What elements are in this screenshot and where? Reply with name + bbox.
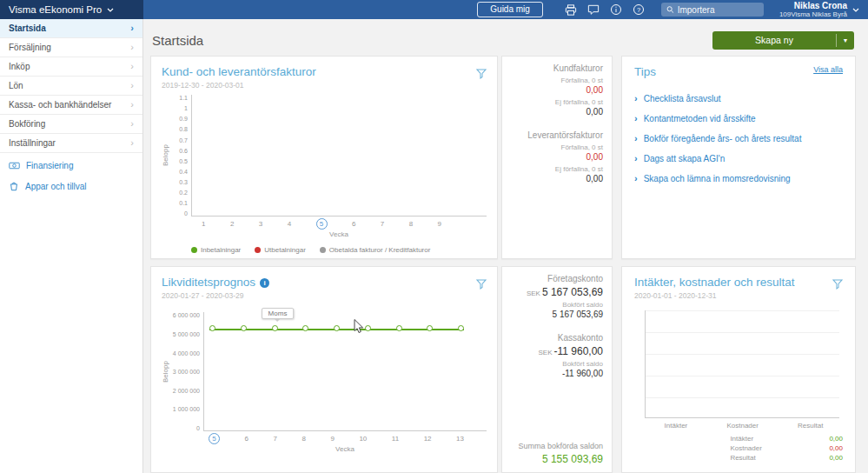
chevron-right-icon: › (634, 153, 638, 163)
row-value: 0,00 (829, 444, 843, 452)
result-chart-card: Intäkter, kostnader och resultat 2020-01… (621, 266, 856, 473)
tip-link[interactable]: › Kontantmetoden vid årsskifte (634, 113, 843, 123)
view-all-link[interactable]: Visa alla (813, 65, 843, 74)
x-tick: 6 (352, 220, 355, 228)
row-value: 0,00 (829, 454, 843, 462)
y-tick: 5 000 000 (173, 331, 200, 337)
chevron-right-icon: › (130, 81, 134, 90)
tip-label: Skapa och lämna in momsredovisning (644, 174, 791, 183)
legend-item: Utbetalningar (255, 246, 306, 254)
date-range: 2019-12-30 - 2020-03-01 (162, 81, 316, 90)
row-label: Förfallna, 0 st (511, 143, 603, 151)
x-axis-label: Vecka (162, 230, 487, 238)
data-point-marker[interactable] (365, 325, 371, 331)
sidebar-item[interactable]: Inköp › (0, 57, 142, 77)
chevron-down-icon (107, 8, 114, 12)
filter-icon[interactable] (476, 277, 487, 293)
x-tick: 9 (438, 220, 441, 228)
chevron-down-icon (852, 8, 859, 12)
tip-link[interactable]: › Checklista årsavslut (634, 93, 843, 103)
info-icon[interactable]: i (260, 278, 269, 288)
booked-balance-label: Bokfört saldo (511, 301, 603, 309)
y-tick: 0.2 (179, 190, 188, 196)
x-tick: 8 (409, 220, 413, 228)
mouse-cursor (354, 319, 364, 334)
info-icon[interactable] (609, 3, 623, 17)
y-tick: 0.8 (179, 126, 188, 132)
data-point-marker[interactable] (302, 325, 308, 331)
sidebar-item[interactable]: Försäljning › (0, 38, 142, 57)
data-point-marker[interactable] (272, 325, 278, 331)
row-value: 0,00 (829, 435, 843, 443)
liquidity-chart: Belopp 6 000 0005 000 0004 000 0003 000 … (162, 312, 487, 431)
sidebar-item[interactable]: Inställningar › (0, 134, 142, 153)
row-label: Förfallna, 0 st (511, 77, 603, 84)
tip-link[interactable]: › Skapa och lämna in momsredovisning (634, 173, 843, 183)
shell: Startsida › Försäljning › Inköp › L (0, 19, 868, 473)
category-label: Resultat (798, 422, 823, 430)
filter-icon[interactable] (832, 277, 843, 293)
account-summary: Kassakonto SEK-11 960,00 Bokfört saldo -… (511, 333, 603, 378)
user-menu[interactable]: Niklas Crona 109Visma Niklas Byrå (779, 1, 859, 19)
dashboard-row-2: Likviditetsprognosi 2020-01-27 - 2020-03… (150, 266, 856, 473)
y-tick: 1 000 000 (173, 406, 200, 412)
x-tick: 6 (245, 435, 248, 443)
sidebar-item[interactable]: Bokföring › (0, 115, 142, 134)
app-switcher[interactable]: Visma eEkonomi Pro (0, 0, 143, 19)
search-icon (666, 5, 674, 14)
tip-link[interactable]: › Dags att skapa AGI'n (634, 153, 843, 163)
supplier-invoices-summary: Leverantörsfakturor Förfallna, 0 st 0,00… (511, 130, 603, 183)
section-title: Leverantörsfakturor (511, 130, 603, 140)
filter-icon[interactable] (476, 67, 487, 83)
liquidity-chart-card: Likviditetsprognosi 2020-01-27 - 2020-03… (150, 266, 498, 473)
data-point-marker[interactable] (427, 325, 433, 331)
y-tick: 2 000 000 (173, 388, 200, 394)
y-tick: 0.7 (179, 137, 188, 143)
print-icon[interactable] (564, 3, 578, 17)
x-tick: 10 (359, 435, 367, 443)
main-content: Startsida Skapa ny ▼ Kund- och leverantö… (143, 19, 868, 473)
account-amount: SEK5 167 053,69 (511, 286, 603, 298)
sidebar-item[interactable]: Kassa- och bankhändelser › (0, 96, 142, 115)
x-tick: 5 (316, 218, 328, 230)
user-name: Niklas Crona (779, 1, 847, 11)
sidebar-item[interactable]: Startsida › (0, 19, 142, 38)
y-tick: 1 (184, 105, 188, 111)
y-tick: 0.1 (179, 200, 188, 206)
data-point-marker[interactable] (334, 325, 340, 331)
data-point-marker[interactable] (458, 325, 464, 331)
global-search[interactable] (661, 3, 764, 17)
y-tick: 4 000 000 (173, 350, 200, 356)
y-tick: 0.4 (179, 169, 188, 175)
sidebar-item[interactable]: Lön › (0, 77, 142, 96)
main-header: Startsida Skapa ny ▼ (150, 24, 856, 56)
invoice-chart: Belopp 1.110.90.80.70.60.50.40.30.20.10 (162, 95, 487, 217)
chevron-right-icon: › (130, 138, 134, 148)
total-value: 5 155 093,69 (511, 453, 603, 465)
help-icon[interactable]: ? (632, 3, 646, 17)
sidebar: Startsida › Försäljning › Inköp › L (0, 19, 143, 473)
chevron-down-icon[interactable]: ▼ (837, 31, 854, 50)
account-title: Kassakonto (511, 333, 603, 343)
currency-label: SEK (538, 349, 552, 356)
row-label: Kostnader (730, 444, 761, 452)
create-new-button[interactable]: Skapa ny ▼ (712, 31, 854, 50)
dashboard-row-1: Kund- och leverantörsfakturor 2019-12-30… (150, 56, 856, 259)
result-summary: Intäkter 0,00 Kostnader 0,00 Resultat 0,… (730, 435, 843, 462)
tip-link[interactable]: › Bokför föregående års- och årets resul… (634, 133, 843, 143)
sidebar-item-finansiering[interactable]: Finansiering (0, 155, 142, 176)
search-input[interactable] (678, 5, 759, 15)
chat-icon[interactable] (586, 3, 600, 17)
data-point-marker[interactable] (209, 325, 215, 331)
tips-list: › Checklista årsavslut › Kontantmetoden … (634, 93, 843, 183)
guide-button[interactable]: Guida mig (477, 2, 543, 17)
invoice-chart-plot (191, 95, 487, 217)
category-label: Kostnader (726, 422, 758, 430)
accounts-card: Företagskonto SEK5 167 053,69 Bokfört sa… (501, 266, 613, 473)
x-axis-ticks: 123456789 (191, 220, 487, 228)
chevron-right-icon: › (130, 43, 134, 52)
data-point-marker[interactable] (396, 325, 402, 331)
sidebar-item-appar-och-tillval[interactable]: Appar och tillval (0, 176, 142, 197)
data-point-marker[interactable] (241, 325, 247, 331)
legend-item: Inbetalningar (191, 246, 241, 254)
